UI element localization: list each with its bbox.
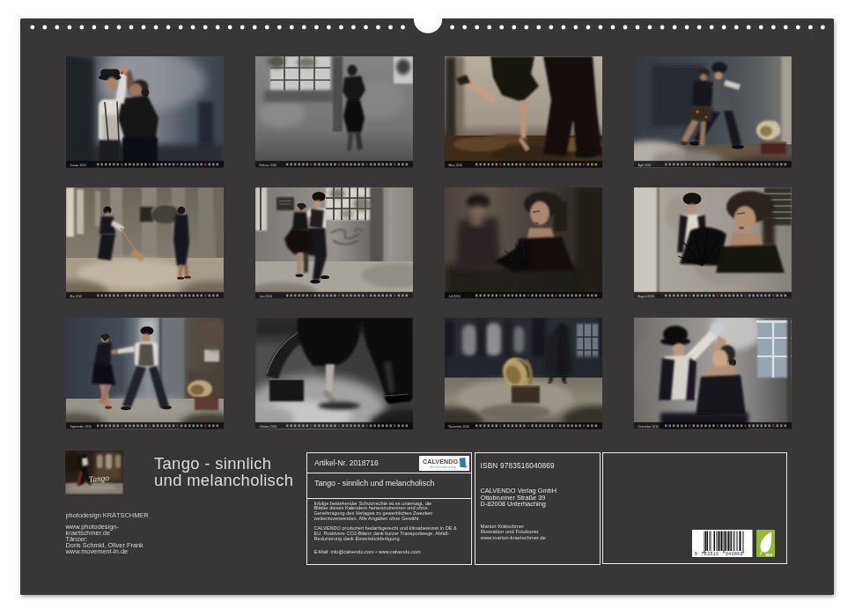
svg-text:Januar 2016: Januar 2016 (70, 164, 85, 167)
svg-text:Tango: Tango (88, 473, 109, 484)
svg-text:Oktober 2016: Oktober 2016 (260, 425, 277, 429)
svg-text:sinnlich und melancholisch: sinnlich und melancholisch (91, 487, 116, 489)
svg-text:August 2016: August 2016 (638, 294, 654, 297)
svg-text:April 2016: April 2016 (638, 164, 651, 167)
svg-text:Dezember 2016: Dezember 2016 (638, 425, 659, 429)
svg-text:Juni 2016: Juni 2016 (260, 294, 272, 297)
svg-text:Mai 2016: Mai 2016 (70, 294, 82, 297)
svg-text:September 2016: September 2016 (70, 425, 91, 429)
svg-text:November 2016: November 2016 (449, 425, 470, 429)
svg-text:März 2016: März 2016 (449, 164, 463, 167)
svg-text:9: 9 (695, 551, 697, 556)
svg-text:eco: eco (765, 552, 772, 556)
svg-text:783516: 783516 (702, 551, 719, 556)
svg-text:Februar 2016: Februar 2016 (260, 164, 277, 167)
svg-text:Juli 2016: Juli 2016 (449, 294, 461, 297)
svg-text:040869: 040869 (726, 551, 743, 556)
